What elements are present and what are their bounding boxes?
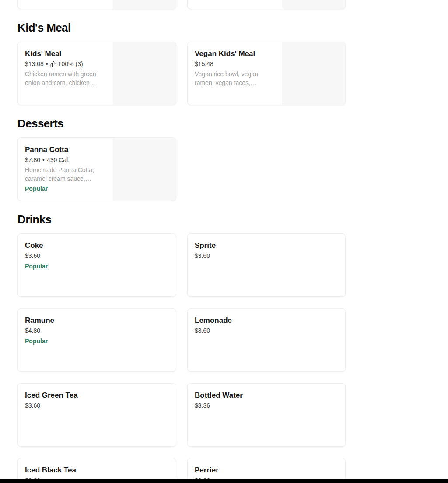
- section-heading-kids-meal: Kid's Meal: [18, 21, 346, 35]
- item-meta: $3.36: [195, 401, 338, 410]
- popular-badge: Popular: [25, 262, 169, 271]
- section-heading-desserts: Desserts: [18, 116, 346, 130]
- menu-item-card-lemonade[interactable]: Lemonade $3.60: [187, 308, 346, 372]
- item-price: $3.60: [25, 401, 40, 410]
- menu-item-card-partial[interactable]: [187, 0, 346, 9]
- item-name: Coke: [25, 240, 169, 250]
- item-meta: $3.60: [195, 251, 338, 261]
- item-price: $3.60: [195, 326, 210, 335]
- item-name: Ramune: [25, 315, 169, 325]
- menu-item-info: Coke $3.60 Popular: [18, 234, 176, 296]
- item-name: Perrier: [195, 465, 338, 475]
- menu-item-info: [188, 0, 282, 9]
- item-rating: 100% (3): [58, 60, 83, 69]
- item-image-placeholder: [113, 0, 176, 9]
- menu-item-card-sprite[interactable]: Sprite $3.60: [187, 233, 346, 297]
- section-drinks-grid: Coke $3.60 Popular Sprite $3.60 Ramune $…: [18, 233, 346, 483]
- item-image-placeholder: [113, 138, 176, 201]
- item-name: Bottled Water: [195, 390, 338, 400]
- item-name: Vegan Kids' Meal: [195, 49, 275, 59]
- item-image-placeholder: [282, 42, 345, 105]
- section-desserts-grid: Panna Cotta $7.80 • 430 Cal. Homemade Pa…: [18, 137, 346, 201]
- menu-item-card-ramune[interactable]: Ramune $4.80 Popular: [18, 308, 176, 372]
- item-meta: $13.08 • 100% (3): [25, 60, 106, 69]
- menu-page: Kid's Meal Kids' Meal $13.08 • 100% (3) …: [0, 0, 346, 483]
- item-name: Lemonade: [195, 315, 338, 325]
- menu-item-card-vegan-kids-meal[interactable]: Vegan Kids' Meal $15.48 Vegan rice bowl,…: [187, 42, 346, 105]
- item-meta: $3.60: [25, 251, 169, 261]
- thumbs-up-icon: [50, 61, 57, 67]
- menu-item-card-panna-cotta[interactable]: Panna Cotta $7.80 • 430 Cal. Homemade Pa…: [18, 137, 176, 201]
- meta-separator: •: [46, 60, 48, 69]
- menu-item-info: Panna Cotta $7.80 • 430 Cal. Homemade Pa…: [18, 138, 113, 201]
- item-image-placeholder: [113, 42, 176, 105]
- item-price: $3.36: [195, 401, 210, 410]
- item-price: $13.08: [25, 60, 44, 69]
- item-description: Chicken ramen with green onion and corn,…: [25, 70, 106, 87]
- menu-item-card-kids-meal[interactable]: Kids' Meal $13.08 • 100% (3) Chicken ram…: [18, 42, 176, 105]
- menu-item-info: Ramune $4.80 Popular: [18, 309, 176, 371]
- item-name: Iced Black Tea: [25, 465, 169, 475]
- item-name: Sprite: [195, 240, 338, 250]
- popular-badge: Popular: [25, 184, 106, 193]
- menu-item-info: Vegan Kids' Meal $15.48 Vegan rice bowl,…: [188, 42, 282, 105]
- item-price: $4.80: [25, 326, 40, 335]
- menu-item-card-iced-green-tea[interactable]: Iced Green Tea $3.60: [18, 383, 176, 447]
- menu-item-info: Bottled Water $3.36: [188, 384, 345, 446]
- menu-item-info: Sprite $3.60: [188, 234, 345, 296]
- menu-item-card-partial[interactable]: [18, 0, 176, 9]
- item-meta: $3.60: [195, 326, 338, 335]
- item-description: Vegan rice bowl, vegan ramen, vegan taco…: [195, 70, 275, 87]
- item-name: Panna Cotta: [25, 145, 106, 155]
- item-price: $15.48: [195, 60, 214, 69]
- menu-item-info: Kids' Meal $13.08 • 100% (3) Chicken ram…: [18, 42, 113, 105]
- item-name: Kids' Meal: [25, 49, 106, 59]
- item-meta: $15.48: [195, 60, 275, 69]
- menu-item-card-bottled-water[interactable]: Bottled Water $3.36: [187, 383, 346, 447]
- popular-badge: Popular: [25, 337, 169, 346]
- item-meta: $4.80: [25, 326, 169, 335]
- item-image-placeholder: [282, 0, 345, 9]
- item-meta: $3.60: [25, 401, 169, 410]
- section-heading-drinks: Drinks: [18, 212, 346, 226]
- item-calories: 430 Cal.: [47, 155, 70, 165]
- menu-item-info: [18, 0, 113, 9]
- item-price: $3.60: [195, 251, 210, 261]
- item-description: Homemade Panna Cotta, caramel cream sauc…: [25, 166, 106, 183]
- partial-card-row: [18, 0, 346, 9]
- menu-item-card-coke[interactable]: Coke $3.60 Popular: [18, 233, 176, 297]
- item-meta: $7.80 • 430 Cal.: [25, 155, 106, 165]
- bottom-black-bar: [0, 479, 448, 483]
- menu-item-info: Lemonade $3.60: [188, 309, 345, 371]
- section-kids-meal-grid: Kids' Meal $13.08 • 100% (3) Chicken ram…: [18, 42, 346, 105]
- item-name: Iced Green Tea: [25, 390, 169, 400]
- item-price: $7.80: [25, 155, 40, 165]
- meta-separator: •: [42, 155, 45, 165]
- item-price: $3.60: [25, 251, 40, 261]
- menu-item-info: Iced Green Tea $3.60: [18, 384, 176, 446]
